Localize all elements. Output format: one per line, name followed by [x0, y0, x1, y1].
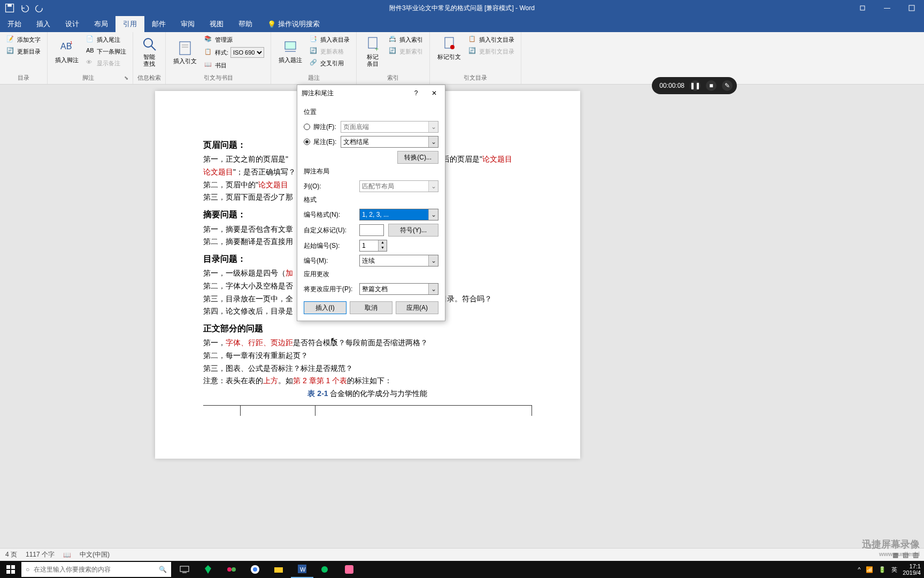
taskbar-search[interactable]: ○ 在这里输入你要搜索的内容 🔍	[21, 562, 171, 577]
ribbon-options-icon[interactable]	[850, 0, 875, 16]
spellcheck-icon[interactable]: 📖	[63, 551, 71, 559]
add-text-button[interactable]: 📝添加文字	[4, 34, 43, 45]
cross-ref-button[interactable]: 🔗交叉引用	[307, 58, 352, 69]
clock-time[interactable]: 17:1	[903, 563, 921, 569]
tab-insert[interactable]: 插入	[29, 16, 58, 32]
tab-layout[interactable]: 布局	[87, 16, 116, 32]
tab-start[interactable]: 开始	[0, 16, 29, 32]
ime-indicator[interactable]: 英	[891, 566, 897, 574]
spin-down-icon[interactable]: ▼	[379, 246, 387, 251]
group-toa: 标记引文 📋插入引文目录 🔄更新引文目录 引文目录	[430, 32, 521, 84]
start-at-input[interactable]	[360, 240, 378, 251]
footnote-radio[interactable]: 脚注(F):	[304, 123, 336, 132]
next-footnote-button[interactable]: AB下一条脚注	[84, 46, 128, 57]
update-index-button[interactable]: 🔄更新索引	[387, 46, 425, 57]
chevron-down-icon[interactable]: ⌄	[428, 209, 438, 220]
section-label: 应用更改	[304, 270, 438, 279]
endnote-position-select[interactable]: 文档结尾⌄	[341, 136, 438, 148]
language-status[interactable]: 中文(中国)	[80, 550, 110, 559]
start-at-spinner[interactable]: ▲▼	[359, 240, 387, 252]
svg-rect-20	[11, 570, 15, 574]
number-format-select[interactable]: 1, 2, 3, ...⌄	[359, 209, 438, 220]
edit-icon[interactable]: ✎	[722, 80, 733, 91]
numbering-select[interactable]: 连续⌄	[359, 255, 438, 267]
window-controls: —	[850, 0, 924, 16]
footnotes-dialog-launcher[interactable]: ⬊	[124, 75, 128, 81]
start-button[interactable]	[0, 561, 21, 578]
endnote-radio[interactable]: 尾注(E):	[304, 138, 336, 147]
show-notes-button[interactable]: 👁显示备注	[84, 58, 128, 69]
custom-mark-input[interactable]	[359, 224, 384, 236]
network-icon[interactable]: 📶	[866, 566, 873, 573]
word-icon[interactable]: W	[291, 561, 313, 578]
insert-caption-button[interactable]: 插入题注	[275, 34, 305, 69]
insert-index-button[interactable]: 📇插入索引	[387, 34, 425, 45]
field-label: 编号格式(N):	[304, 210, 355, 219]
bibliography-button[interactable]: 📖书目	[202, 60, 266, 71]
minimize-icon[interactable]: —	[875, 0, 899, 16]
group-citations: 插入引文 📚管理源 📋样式: ISO 690 📖书目 引文与书目	[166, 32, 271, 84]
update-toc-button[interactable]: 🔄更新目录	[4, 46, 43, 57]
stop-icon[interactable]: ■	[706, 80, 717, 91]
mark-citation-button[interactable]: 标记引文	[434, 34, 464, 62]
window-title: 附件3毕业论文中常见的格式问题 [兼容模式] - Word	[389, 4, 535, 13]
task-view-icon[interactable]	[173, 561, 196, 578]
tencent-icon[interactable]	[197, 561, 219, 578]
maximize-icon[interactable]	[899, 0, 924, 16]
paragraph: 第一，字体、行距、页边距是否符合模版？每段前面是否缩进两格？	[203, 337, 532, 349]
document-area[interactable]: 页眉问题： 第一，正文之前的页眉是"文之后的页眉是"论文题目 论文题目"；是否正…	[0, 85, 924, 561]
paragraph: 第二，每一章有没有重新起页？	[203, 350, 532, 362]
update-toa-button[interactable]: 🔄更新引文目录	[466, 46, 517, 57]
tab-mailings[interactable]: 邮件	[144, 16, 173, 32]
app-icon-pink[interactable]	[338, 561, 360, 578]
help-icon[interactable]: ?	[410, 89, 422, 97]
smart-lookup-button[interactable]: 智能 查找	[137, 34, 161, 69]
page-count[interactable]: 4 页	[5, 550, 17, 559]
insert-endnote-button[interactable]: 📄插入尾注	[84, 34, 128, 45]
crossref-icon: 🔗	[310, 59, 318, 67]
apply-button[interactable]: 应用(A)	[396, 301, 438, 314]
tab-help[interactable]: 帮助	[231, 16, 260, 32]
wechat-icon[interactable]	[314, 561, 337, 578]
update-table-icon: 🔄	[310, 47, 318, 56]
tab-tell-me[interactable]: 💡 操作说明搜索	[260, 16, 327, 32]
spin-up-icon[interactable]: ▲	[379, 240, 387, 246]
insert-button[interactable]: 插入(I)	[304, 301, 346, 314]
symbol-button[interactable]: 符号(Y)...	[388, 224, 438, 237]
add-text-icon: 📝	[6, 35, 15, 44]
mark-entry-button[interactable]: + 标记 条目	[361, 34, 384, 69]
style-icon: 📋	[204, 48, 213, 57]
screen-recorder-overlay[interactable]: 00:00:08 ❚❚ ■ ✎	[652, 77, 737, 94]
pause-icon[interactable]: ❚❚	[690, 80, 700, 91]
manage-sources-button[interactable]: 📚管理源	[202, 34, 266, 45]
chrome-icon[interactable]	[244, 561, 266, 578]
tray-up-icon[interactable]: ^	[858, 566, 860, 573]
tab-view[interactable]: 视图	[202, 16, 231, 32]
style-dropdown[interactable]: ISO 690	[230, 47, 264, 58]
clock-date[interactable]: 2019/4	[903, 569, 921, 576]
explorer-icon[interactable]	[267, 561, 290, 578]
insert-citation-button[interactable]: 插入引文	[170, 34, 200, 71]
close-icon[interactable]: ✕	[428, 89, 441, 97]
app-icon[interactable]	[220, 561, 243, 578]
tell-me-label: 操作说明搜索	[278, 19, 320, 29]
battery-icon[interactable]: 🔋	[879, 566, 886, 573]
insert-toa-button[interactable]: 📋插入引文目录	[466, 34, 517, 45]
cancel-button[interactable]: 取消	[350, 301, 392, 314]
citation-style-select[interactable]: 📋样式: ISO 690	[202, 46, 266, 59]
field-label: 将更改应用于(P):	[304, 285, 355, 294]
save-icon[interactable]	[4, 3, 15, 13]
tab-design[interactable]: 设计	[58, 16, 87, 32]
undo-icon[interactable]	[19, 3, 30, 13]
tab-references[interactable]: 引用	[116, 16, 144, 32]
insert-tof-button[interactable]: 📑插入表目录	[307, 34, 352, 45]
word-count[interactable]: 1117 个字	[26, 550, 55, 559]
dialog-titlebar[interactable]: 脚注和尾注 ? ✕	[297, 85, 445, 101]
field-label: 自定义标记(U):	[304, 226, 355, 235]
insert-footnote-button[interactable]: AB1 插入脚注	[52, 34, 82, 69]
tab-review[interactable]: 审阅	[173, 16, 202, 32]
convert-button[interactable]: 转换(C)...	[397, 151, 438, 164]
apply-to-select[interactable]: 整篇文档⌄	[359, 283, 438, 295]
update-table-button[interactable]: 🔄更新表格	[307, 46, 352, 57]
redo-icon[interactable]	[34, 3, 45, 13]
